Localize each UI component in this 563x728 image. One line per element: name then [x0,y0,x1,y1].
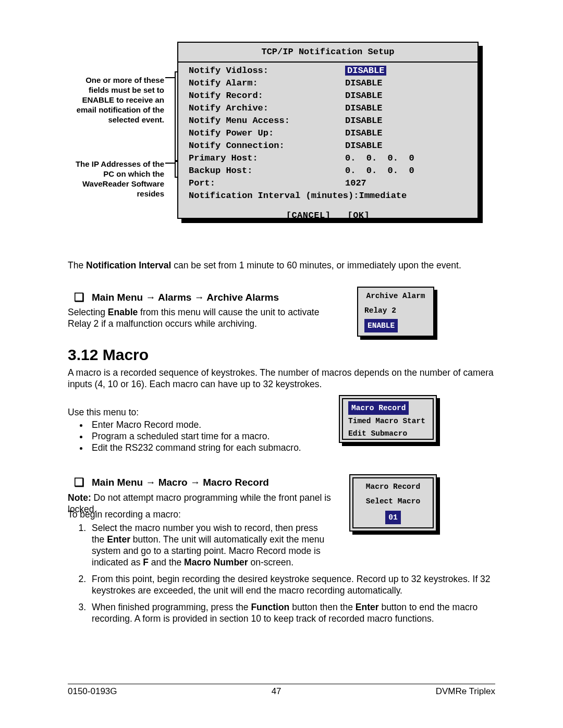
section-heading-macro: 3.12 Macro [68,349,495,361]
macro-record-title: Macro Record [359,480,427,493]
osd-row: Primary Host:0. 0. 0. 0 [189,152,467,165]
bullet-item: Program a scheduled start time for a mac… [89,430,349,442]
footer-doc-number: 0150-0193G [68,686,117,697]
osd-label: Notify Alarm: [189,77,345,90]
osd-label: Notify Archive: [189,102,345,115]
ok-button[interactable]: [OK] [347,211,370,220]
osd-value[interactable]: DISABLE [345,127,382,140]
connector-line [165,77,175,78]
enable-option[interactable]: ENABLE [364,319,398,332]
step-2: From this point, begin recording the des… [89,573,493,596]
relay-label: Relay 2 [364,304,427,317]
annotation-ip-addresses: The IP Addresses of the PC on which the … [68,159,164,199]
osd-value[interactable]: DISABLE [345,90,382,102]
timed-macro-start-option[interactable]: Timed Macro Start [348,415,427,427]
osd-value[interactable]: DISABLE [345,140,382,152]
footer-product-name: DVMRe Triplex [436,686,495,697]
osd-label: Notify Vidloss: [189,65,345,77]
osd-label: Notify Menu Access: [189,115,345,127]
osd-row: Notify Record:DISABLE [189,90,467,102]
osd-value[interactable]: DISABLE [345,77,382,90]
macro-menu-screen: Macro Record Timed Macro Start Edit Subm… [339,395,437,443]
archive-alarms-text: Selecting Enable from this menu will cau… [68,306,339,329]
osd-value[interactable]: Immediate [359,190,407,202]
tcpip-setup-screen: TCP/IP Notification Setup Notify Vidloss… [177,42,479,219]
macro-record-steps: Select the macro number you wish to reco… [89,522,516,630]
osd-label: Notify Connection: [189,140,345,152]
footer-page-number: 47 [272,686,282,697]
archive-alarm-screen: Archive Alarm Relay 2 ENABLE [357,287,434,337]
osd-footer: [CANCEL] [OK] [178,209,478,222]
osd-label: Notify Power Up: [189,127,345,140]
osd-value[interactable]: 1027 [345,177,366,190]
osd-label: Port: [189,177,345,190]
notification-interval-note: The Notification Interval can be set fro… [68,260,495,271]
osd-label: Notify Record: [189,90,345,102]
macro-record-option[interactable]: Macro Record [348,401,409,415]
edit-submacro-option[interactable]: Edit Submacro [348,427,427,440]
osd-value[interactable]: 0. 0. 0. 0 [345,152,414,165]
annotation-notify-fields: One or more of these fields must be set … [68,75,164,125]
bullet-item: Edit the RS232 command string for each s… [89,442,349,453]
begin-recording-label: To begin recording a macro: [68,509,339,520]
osd-value[interactable]: DISABLE [345,115,382,127]
osd-value[interactable]: 0. 0. 0. 0 [345,165,414,177]
osd-row: Notify Menu Access:DISABLE [189,115,467,127]
osd-row: Notify Connection:DISABLE [189,140,467,152]
page-footer: 0150-0193G 47 DVMRe Triplex [68,684,495,697]
osd-label: Backup Host: [189,165,345,177]
macro-intro-text: A macro is a recorded sequence of keystr… [68,367,495,390]
osd-row: Notify Archive:DISABLE [189,102,467,115]
osd-value[interactable]: DISABLE [345,102,382,115]
bullet-item: Enter Macro Record mode. [89,419,349,430]
step-3: When finished programming, press the Fun… [89,601,493,624]
select-macro-label: Select Macro [359,495,427,508]
cancel-button[interactable]: [CANCEL] [286,211,331,220]
osd-row: Notify Power Up:DISABLE [189,127,467,140]
osd-row: Backup Host:0. 0. 0. 0 [189,165,467,177]
mini-title: Archive Alarm [364,290,427,302]
connector-line [165,163,175,164]
step-1: Select the macro number you wish to reco… [89,522,332,568]
osd-row: Notify Vidloss:DISABLE [189,65,467,77]
osd-value[interactable]: DISABLE [345,65,386,77]
osd-row: Notify Alarm:DISABLE [189,77,467,90]
osd-label: Notification Interval (minutes): [189,190,359,202]
osd-row: Notification Interval (minutes):Immediat… [189,190,467,202]
osd-title: TCP/IP Notification Setup [178,43,478,63]
use-menu-label: Use this menu to: [68,406,328,418]
osd-row: Port:1027 [189,177,467,190]
macro-bullets: Enter Macro Record mode.Program a schedu… [89,419,349,453]
osd-label: Primary Host: [189,152,345,165]
heading-macro-record: Main Menu → Macro → Macro Record [74,477,366,488]
heading-archive-alarms: Main Menu → Alarms → Archive Alarms [74,292,366,303]
